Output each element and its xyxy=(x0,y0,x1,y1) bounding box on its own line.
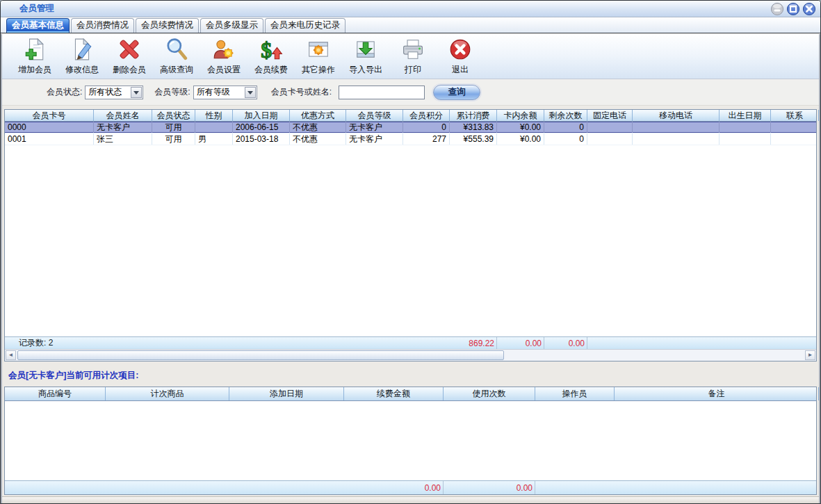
summary-cell xyxy=(771,337,819,349)
column-header[interactable]: 续费金额 xyxy=(344,387,444,400)
tab-1[interactable]: 会员基本信息 xyxy=(6,18,70,33)
column-header[interactable]: 备注 xyxy=(615,387,819,400)
column-header[interactable]: 会员姓名 xyxy=(94,110,152,121)
column-header[interactable]: 会员等级 xyxy=(346,110,403,121)
toolbar-button-label: 会员设置 xyxy=(207,64,241,76)
toolbar-button-label: 增加会员 xyxy=(18,64,51,76)
summary-cell xyxy=(720,337,771,349)
summary-cell xyxy=(229,481,344,494)
table-row[interactable]: 0000无卡客户可用2006-06-15不优惠无卡客户0¥313.83¥0.00… xyxy=(5,122,816,133)
member-status-select[interactable]: 所有状态 xyxy=(85,86,143,99)
toolbar-button-label: 打印 xyxy=(405,64,421,76)
column-header[interactable]: 会员卡号 xyxy=(5,110,94,121)
summary-total: 869.22 xyxy=(450,337,497,349)
tab-2[interactable]: 会员消费情况 xyxy=(71,18,134,33)
other-operations-icon xyxy=(307,38,330,63)
items-table: 商品编号计次商品添加日期续费金额使用次数操作员备注 0.000.00 xyxy=(4,387,817,495)
table-cell xyxy=(771,122,816,133)
summary-cell xyxy=(633,337,720,349)
toolbar-button-2[interactable]: 修改信息 xyxy=(58,36,106,79)
toolbar-button-8[interactable]: 导入导出 xyxy=(342,36,389,79)
chevron-down-icon[interactable] xyxy=(131,87,142,98)
minimize-icon xyxy=(770,2,785,16)
horizontal-scrollbar[interactable]: ◄ ► xyxy=(5,349,816,361)
summary-cell xyxy=(403,337,450,349)
toolbar-button-1[interactable]: 增加会员 xyxy=(11,36,58,79)
search-button[interactable]: 查询 xyxy=(433,85,480,100)
toolbar-button-3[interactable]: 删除会员 xyxy=(106,36,153,79)
toolbar-button-6[interactable]: $会员续费 xyxy=(247,36,295,79)
table-cell xyxy=(587,133,633,145)
column-header[interactable]: 剩余次数 xyxy=(544,110,587,121)
column-header[interactable]: 会员积分 xyxy=(403,110,450,121)
add-member-icon xyxy=(23,38,47,63)
maximize-button[interactable] xyxy=(786,1,801,16)
tab-4[interactable]: 会员多级显示 xyxy=(200,18,263,33)
tab-3[interactable]: 会员续费情况 xyxy=(136,18,199,33)
member-level-value: 所有等级 xyxy=(197,86,230,98)
summary-cell xyxy=(587,337,633,349)
member-level-label: 会员等级: xyxy=(154,86,190,98)
exit-icon xyxy=(448,38,472,63)
column-header[interactable]: 移动电话 xyxy=(633,110,720,121)
column-header[interactable]: 会员状态 xyxy=(152,110,195,121)
summary-cell xyxy=(233,337,290,349)
toolbar-button-label: 修改信息 xyxy=(65,64,99,76)
column-header[interactable]: 出生日期 xyxy=(720,110,771,121)
column-header[interactable]: 联系 xyxy=(771,110,819,121)
members-table: 会员卡号会员姓名会员状态性别加入日期优惠方式会员等级会员积分累计消费卡内余额剩余… xyxy=(4,109,817,361)
column-header[interactable]: 卡内余额 xyxy=(497,110,544,121)
column-header[interactable]: 固定电话 xyxy=(587,110,633,121)
column-header[interactable]: 添加日期 xyxy=(229,387,344,400)
column-header[interactable]: 优惠方式 xyxy=(290,110,346,121)
maximize-icon xyxy=(786,2,801,16)
table-cell xyxy=(633,133,720,145)
table-cell: 0 xyxy=(403,122,450,133)
scroll-left-icon[interactable]: ◄ xyxy=(6,350,16,360)
summary-cell xyxy=(94,337,152,349)
table-cell: ¥0.00 xyxy=(497,122,544,133)
column-header[interactable]: 加入日期 xyxy=(233,110,290,121)
column-header[interactable]: 使用次数 xyxy=(444,387,535,400)
table-cell: ¥313.83 xyxy=(450,122,497,133)
filter-bar: 会员状态: 所有状态 会员等级: 所有等级 会员卡号或姓名: 查询 xyxy=(2,79,819,106)
table-cell: 男 xyxy=(195,133,233,145)
toolbar-button-9[interactable]: 打印 xyxy=(389,36,437,79)
table-cell xyxy=(633,122,720,133)
column-header[interactable]: 计次商品 xyxy=(106,387,229,400)
summary-cell xyxy=(346,337,403,349)
table-cell: 可用 xyxy=(152,133,195,145)
items-table-header: 商品编号计次商品添加日期续费金额使用次数操作员备注 xyxy=(5,387,816,401)
column-header[interactable]: 操作员 xyxy=(535,387,615,400)
close-button[interactable] xyxy=(802,1,817,16)
chevron-down-icon[interactable] xyxy=(245,87,256,98)
toolbar-button-4[interactable]: 高级查询 xyxy=(153,36,200,79)
summary-total: 0.00 xyxy=(544,337,587,349)
toolbar-button-10[interactable]: 退出 xyxy=(437,36,484,79)
table-cell: 0 xyxy=(544,122,587,133)
tab-5[interactable]: 会员来电历史记录 xyxy=(265,18,346,33)
table-cell: ¥555.39 xyxy=(450,133,497,145)
keyword-input[interactable] xyxy=(339,86,425,99)
scrollbar-thumb[interactable] xyxy=(17,350,504,360)
summary-cell xyxy=(5,481,106,494)
table-cell xyxy=(720,133,771,145)
column-header[interactable]: 累计消费 xyxy=(450,110,497,121)
toolbar-button-label: 退出 xyxy=(452,64,469,76)
minimize-button[interactable] xyxy=(770,1,785,16)
table-cell: ¥0.00 xyxy=(497,133,544,145)
column-header[interactable]: 商品编号 xyxy=(5,387,106,400)
column-header[interactable]: 性别 xyxy=(195,110,233,121)
table-cell xyxy=(720,122,771,133)
member-renew-icon: $ xyxy=(259,38,283,63)
toolbar-button-5[interactable]: 会员设置 xyxy=(200,36,247,79)
toolbar-button-label: 高级查询 xyxy=(160,64,193,76)
members-table-header: 会员卡号会员姓名会员状态性别加入日期优惠方式会员等级会员积分累计消费卡内余额剩余… xyxy=(5,110,816,122)
scroll-right-icon[interactable]: ► xyxy=(805,350,815,360)
toolbar-button-7[interactable]: 其它操作 xyxy=(295,36,342,79)
table-row[interactable]: 0001张三可用男2015-03-18不优惠无卡客户277¥555.39¥0.0… xyxy=(5,133,816,145)
member-level-select[interactable]: 所有等级 xyxy=(193,86,257,99)
advanced-search-icon xyxy=(165,38,188,63)
summary-cell xyxy=(615,481,819,494)
summary-total: 0.00 xyxy=(497,337,544,349)
